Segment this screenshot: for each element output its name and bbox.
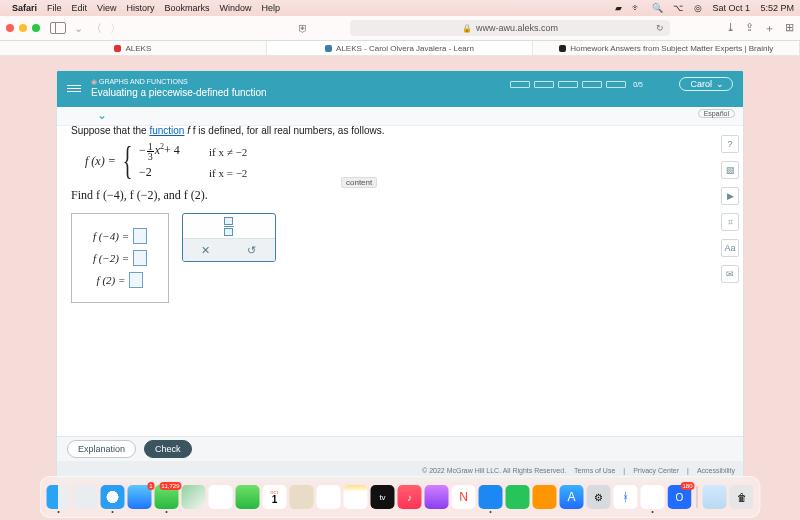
download-icon[interactable]: ⤓ bbox=[726, 21, 735, 36]
hamburger-icon[interactable] bbox=[67, 83, 81, 94]
menubar-status: ▰ ᯤ 🔍 ⌥ ◎ Sat Oct 1 5:52 PM bbox=[607, 3, 794, 13]
menu-history[interactable]: History bbox=[126, 3, 154, 13]
dock-outlook[interactable]: O180 bbox=[668, 485, 692, 509]
new-tab-icon[interactable]: ＋ bbox=[764, 21, 775, 36]
tab-label: Homework Answers from Subject Matter Exp… bbox=[570, 44, 773, 53]
footer-link-terms[interactable]: Terms of Use bbox=[574, 467, 615, 474]
answer-input-2[interactable] bbox=[133, 250, 147, 266]
window-controls[interactable] bbox=[6, 24, 40, 32]
dock-photos[interactable] bbox=[209, 485, 233, 509]
dock-music[interactable]: ♪ bbox=[398, 485, 422, 509]
tab-aleks[interactable]: ALEKS bbox=[0, 41, 267, 55]
menu-view[interactable]: View bbox=[97, 3, 116, 13]
dock-trash[interactable]: 🗑 bbox=[730, 485, 754, 509]
dock-tv[interactable]: tv bbox=[371, 485, 395, 509]
menu-help[interactable]: Help bbox=[261, 3, 280, 13]
back-icon[interactable]: 〈 bbox=[91, 21, 102, 36]
dock-mail[interactable]: 1 bbox=[128, 485, 152, 509]
overlay-tag: content bbox=[341, 177, 377, 188]
shield-icon[interactable]: ⛨ bbox=[298, 23, 308, 34]
dock-downloads[interactable] bbox=[703, 485, 727, 509]
video-icon[interactable]: ▶ bbox=[721, 187, 739, 205]
left-brace: { bbox=[123, 146, 133, 176]
dock-podcasts[interactable] bbox=[425, 485, 449, 509]
reload-icon[interactable]: ↻ bbox=[656, 23, 664, 33]
siri-icon[interactable]: ◎ bbox=[694, 3, 702, 13]
answer-row-1: f (−4) = bbox=[74, 228, 166, 244]
sidebar-icon[interactable] bbox=[50, 22, 66, 34]
dock-reminders[interactable] bbox=[317, 485, 341, 509]
action-bar: Explanation Check bbox=[57, 436, 743, 461]
dock-keynote[interactable] bbox=[479, 485, 503, 509]
dock-finder[interactable] bbox=[47, 485, 71, 509]
menu-edit[interactable]: Edit bbox=[72, 3, 88, 13]
menubar-time[interactable]: 5:52 PM bbox=[760, 3, 794, 13]
dock-calendar[interactable]: OCT1 bbox=[263, 485, 287, 509]
aleks-app: ◉ GRAPHS AND FUNCTIONS Evaluating a piec… bbox=[56, 70, 744, 480]
section-label: GRAPHS AND FUNCTIONS bbox=[99, 78, 188, 85]
footer-link-privacy[interactable]: Privacy Center bbox=[633, 467, 679, 474]
address-bar[interactable]: 🔒 www-awu.aleks.com ↻ bbox=[350, 20, 670, 36]
user-menu[interactable]: Carol⌄ bbox=[679, 77, 733, 91]
dock-launchpad[interactable] bbox=[74, 485, 98, 509]
footer-link-accessibility[interactable]: Accessibility bbox=[697, 467, 735, 474]
control-center-icon[interactable]: ⌥ bbox=[673, 3, 683, 13]
ruler-icon[interactable]: ▧ bbox=[721, 161, 739, 179]
prompt-line: Suppose that the function f f is defined… bbox=[71, 125, 729, 136]
dock-maps[interactable] bbox=[182, 485, 206, 509]
feedback-icon[interactable]: ✉ bbox=[721, 265, 739, 283]
aleks-header: ◉ GRAPHS AND FUNCTIONS Evaluating a piec… bbox=[57, 71, 743, 107]
page-title: Evaluating a piecewise-defined function bbox=[91, 87, 267, 98]
calculator-icon[interactable]: ⌗ bbox=[721, 213, 739, 231]
user-name: Carol bbox=[690, 79, 712, 89]
dock-settings[interactable]: ⚙︎ bbox=[587, 485, 611, 509]
tabs-icon[interactable]: ⊞ bbox=[785, 21, 794, 36]
answer-input-1[interactable] bbox=[133, 228, 147, 244]
search-icon[interactable]: 🔍 bbox=[652, 3, 663, 13]
explanation-button[interactable]: Explanation bbox=[67, 440, 136, 458]
forward-icon[interactable]: 〉 bbox=[110, 21, 121, 36]
dock-pages[interactable] bbox=[533, 485, 557, 509]
menu-file[interactable]: File bbox=[47, 3, 62, 13]
dock-news[interactable]: N bbox=[452, 485, 476, 509]
progress-text: 0/5 bbox=[633, 81, 643, 88]
math-toolpane: ✕ ↺ bbox=[182, 213, 276, 262]
text-size-icon[interactable]: Aa bbox=[721, 239, 739, 257]
dock-safari[interactable] bbox=[101, 485, 125, 509]
check-button[interactable]: Check bbox=[144, 440, 192, 458]
progress-meter: 0/5 bbox=[510, 81, 643, 88]
dock-numbers[interactable] bbox=[506, 485, 530, 509]
clear-icon[interactable]: ✕ bbox=[201, 244, 210, 257]
undo-icon[interactable]: ↺ bbox=[247, 244, 256, 257]
section-icon: ◉ bbox=[91, 78, 97, 85]
copyright: © 2022 McGraw Hill LLC. All Rights Reser… bbox=[422, 467, 566, 474]
dock-preview[interactable] bbox=[641, 485, 665, 509]
dock-contacts[interactable] bbox=[290, 485, 314, 509]
menu-bookmarks[interactable]: Bookmarks bbox=[164, 3, 209, 13]
answer-input-3[interactable] bbox=[129, 272, 143, 288]
wifi-icon: ᯤ bbox=[632, 3, 641, 13]
dock-facetime[interactable] bbox=[236, 485, 260, 509]
dock-appstore[interactable]: A bbox=[560, 485, 584, 509]
function-link[interactable]: function bbox=[149, 125, 184, 136]
menu-app[interactable]: Safari bbox=[12, 3, 37, 13]
lock-icon: 🔒 bbox=[462, 24, 472, 33]
piece-2: −2 if x = −2 bbox=[139, 165, 247, 180]
safari-tabs: ALEKS ALEKS - Carol Olvera Javalera - Le… bbox=[0, 41, 800, 56]
chevron-down-icon[interactable]: ⌄ bbox=[74, 22, 83, 35]
task-line: Find f (−4), f (−2), and f (2). bbox=[71, 188, 729, 203]
battery-icon: ▰ bbox=[615, 3, 622, 13]
chevron-down-icon: ⌄ bbox=[716, 79, 724, 89]
dock-notes[interactable] bbox=[344, 485, 368, 509]
dock-bluetooth[interactable]: ᚼ bbox=[614, 485, 638, 509]
menu-window[interactable]: Window bbox=[219, 3, 251, 13]
tab-aleks-learn[interactable]: ALEKS - Carol Olvera Javalera - Learn bbox=[267, 41, 534, 55]
menubar-date[interactable]: Sat Oct 1 bbox=[712, 3, 750, 13]
dock-messages[interactable]: 11,729 bbox=[155, 485, 179, 509]
share-icon[interactable]: ⇪ bbox=[745, 21, 754, 36]
help-icon[interactable]: ? bbox=[721, 135, 739, 153]
dock-separator bbox=[697, 486, 698, 508]
tab-brainly[interactable]: Homework Answers from Subject Matter Exp… bbox=[533, 41, 800, 55]
side-tools: ? ▧ ▶ ⌗ Aa ✉ bbox=[721, 135, 739, 283]
fraction-tool-icon[interactable] bbox=[224, 217, 234, 236]
